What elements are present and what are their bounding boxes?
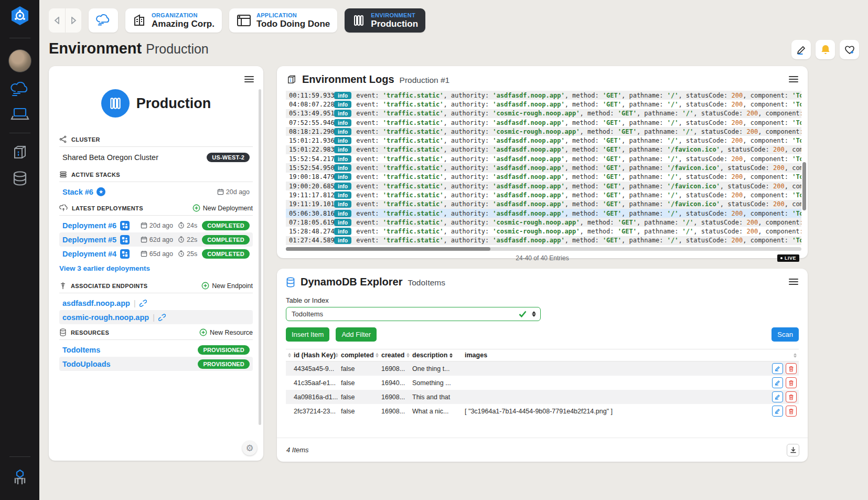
edit-button[interactable] xyxy=(791,40,811,59)
endpoint-link[interactable]: asdfasdf.noop.app xyxy=(62,299,130,307)
log-row[interactable]: 07:52:55.946 info event: 'traffic.static… xyxy=(286,118,801,127)
breadcrumb-application[interactable]: APPLICATION Todo Doing Done xyxy=(229,8,337,33)
log-message: event: 'traffic.static', authority: 'asd… xyxy=(356,92,801,99)
back-button[interactable] xyxy=(49,8,65,33)
log-row[interactable]: 07:18:05.619 info event: 'traffic.static… xyxy=(286,218,801,227)
cell-id: 4a09816a-d1... xyxy=(294,393,341,401)
log-row[interactable]: 01:27:44.589 info event: 'traffic.static… xyxy=(286,236,801,245)
endpoint-link[interactable]: cosmic-rough.noop.app xyxy=(62,313,149,322)
edit-item-button[interactable] xyxy=(772,406,783,417)
active-sort-icon[interactable] xyxy=(449,353,453,358)
resource-link[interactable]: TodoItems xyxy=(62,346,100,354)
table-row[interactable]: 4a09816a-d1... false 16908... This and t… xyxy=(286,390,799,404)
new-endpoint-button[interactable]: New Endpoint xyxy=(201,282,253,290)
edit-item-button[interactable] xyxy=(772,363,783,374)
log-list[interactable]: 00:11:59.933 info event: 'traffic.static… xyxy=(286,91,801,246)
log-row[interactable]: 04:08:07.228 info event: 'traffic.static… xyxy=(286,100,801,109)
logs-horizontal-scrollbar[interactable] xyxy=(286,247,801,251)
region-badge: US-WEST-2 xyxy=(207,153,250,162)
notifications-button[interactable] xyxy=(816,40,835,59)
endpoints-icon xyxy=(59,282,67,290)
cell-completed: false xyxy=(341,408,381,415)
stack-link[interactable]: Stack #6 xyxy=(62,188,93,196)
sort-icon[interactable] xyxy=(288,353,291,358)
column-header-actions[interactable] xyxy=(767,353,799,358)
deployment-link[interactable]: Deployment #4 xyxy=(62,250,116,258)
log-level-badge: info xyxy=(334,219,351,226)
app-logo[interactable] xyxy=(9,5,31,27)
edit-item-button[interactable] xyxy=(772,377,783,388)
log-row[interactable]: 08:18:21.290 info event: 'traffic.static… xyxy=(286,127,801,136)
sort-icon[interactable] xyxy=(794,353,797,358)
panel-settings-gear[interactable]: ⚙ xyxy=(242,441,257,455)
delete-item-button[interactable] xyxy=(786,363,797,374)
log-row[interactable]: 19:00:18.479 info event: 'traffic.static… xyxy=(286,173,801,182)
deploy-box-icon[interactable] xyxy=(12,144,28,161)
log-row[interactable]: 15:28:48.274 info event: 'traffic.static… xyxy=(286,227,801,236)
cloud-icon[interactable] xyxy=(10,82,29,98)
logs-box-icon xyxy=(286,75,297,85)
laptop-icon[interactable] xyxy=(10,107,30,122)
delete-item-button[interactable] xyxy=(786,377,797,388)
column-header-id[interactable]: id (Hash Key) xyxy=(294,352,341,359)
forward-button[interactable] xyxy=(65,8,81,33)
table-row[interactable]: 44345a45-9... false 16908... One thing t… xyxy=(286,361,799,376)
insert-item-button[interactable]: Insert Item xyxy=(286,327,329,342)
deployment-link[interactable]: Deployment #6 xyxy=(62,221,116,230)
log-message: event: 'traffic.static', authority: 'asd… xyxy=(356,192,801,199)
sort-icon[interactable] xyxy=(406,353,410,358)
environment-panel-menu[interactable] xyxy=(244,75,254,84)
sort-icon[interactable] xyxy=(335,353,338,358)
external-link-icon[interactable] xyxy=(140,300,147,307)
log-row[interactable]: 15:52:54.950 info event: 'traffic.static… xyxy=(286,163,801,172)
sort-icon[interactable] xyxy=(376,353,379,358)
deployment-row: Deployment #5 62d ago 22s COMPLETED xyxy=(59,232,253,247)
logs-vertical-scrollbar[interactable] xyxy=(802,162,806,210)
log-row[interactable]: 19:00:20.685 info event: 'traffic.static… xyxy=(286,182,801,190)
download-button[interactable] xyxy=(787,444,799,456)
db-panel-subtitle: TodoItems xyxy=(408,278,446,288)
logs-panel-menu[interactable] xyxy=(789,75,798,84)
log-message: event: 'traffic.static', authority: 'asd… xyxy=(356,173,801,180)
edit-item-button[interactable] xyxy=(772,391,783,402)
view-earlier-deployments-link[interactable]: View 3 earlier deployments xyxy=(59,264,253,272)
deployment-duration: 24s xyxy=(178,222,197,229)
log-row[interactable]: 15:01:22.983 info event: 'traffic.static… xyxy=(286,145,801,154)
log-row[interactable]: 05:06:30.816 info event: 'traffic.static… xyxy=(286,209,801,218)
db-panel-menu[interactable] xyxy=(789,277,798,286)
table-row[interactable]: 41c35aaf-e1... false 16940... Something … xyxy=(286,376,799,390)
table-row[interactable]: 2fc37214-23... false 16908... What a nic… xyxy=(286,404,799,418)
breadcrumb-environment[interactable]: ENVIRONMENT Production xyxy=(345,8,425,33)
database-icon[interactable] xyxy=(12,171,28,187)
cloud-nav-button[interactable] xyxy=(89,8,118,33)
cluster-name: Shared Beta Oregon Cluster xyxy=(62,153,158,162)
log-row[interactable]: 15:52:54.217 info event: 'traffic.static… xyxy=(286,154,801,163)
resource-link[interactable]: TodoUploads xyxy=(62,360,111,368)
add-filter-button[interactable]: Add Filter xyxy=(336,327,377,342)
column-header-description[interactable]: description xyxy=(412,352,465,359)
log-row[interactable]: 05:13:49.951 info event: 'traffic.static… xyxy=(286,109,801,118)
user-avatar[interactable] xyxy=(8,49,31,72)
scan-button[interactable]: Scan xyxy=(771,327,799,342)
cell-id: 44345a45-9... xyxy=(294,365,341,373)
new-deployment-button[interactable]: New Deployment xyxy=(192,204,253,212)
favorite-button[interactable] xyxy=(840,40,859,59)
breadcrumb-organization[interactable]: ORGANIZATION Amazing Corp. xyxy=(125,8,222,33)
delete-item-button[interactable] xyxy=(786,391,797,402)
external-link-icon[interactable] xyxy=(158,314,166,321)
deployments-list: Deployment #6 20d ago 24s COMPLETED Depl… xyxy=(59,218,253,261)
log-level-badge: info xyxy=(334,228,351,235)
log-row[interactable]: 15:01:21.936 info event: 'traffic.static… xyxy=(286,136,801,145)
delete-item-button[interactable] xyxy=(786,406,797,417)
log-row[interactable]: 19:11:19.101 info event: 'traffic.static… xyxy=(286,200,801,209)
environment-panel-scrollbar[interactable] xyxy=(259,89,261,425)
log-row[interactable]: 00:11:59.933 info event: 'traffic.static… xyxy=(286,91,801,100)
table-select[interactable]: TodoItems xyxy=(286,307,541,321)
log-timestamp: 01:27:44.589 xyxy=(286,237,332,244)
column-header-images[interactable]: images xyxy=(465,352,767,359)
new-resource-button[interactable]: New Resource xyxy=(199,328,253,336)
robot-icon[interactable] xyxy=(11,468,29,486)
log-row[interactable]: 19:11:17.812 info event: 'traffic.static… xyxy=(286,190,801,199)
cell-description: What a nic... xyxy=(412,408,465,415)
deployment-link[interactable]: Deployment #5 xyxy=(62,236,116,244)
